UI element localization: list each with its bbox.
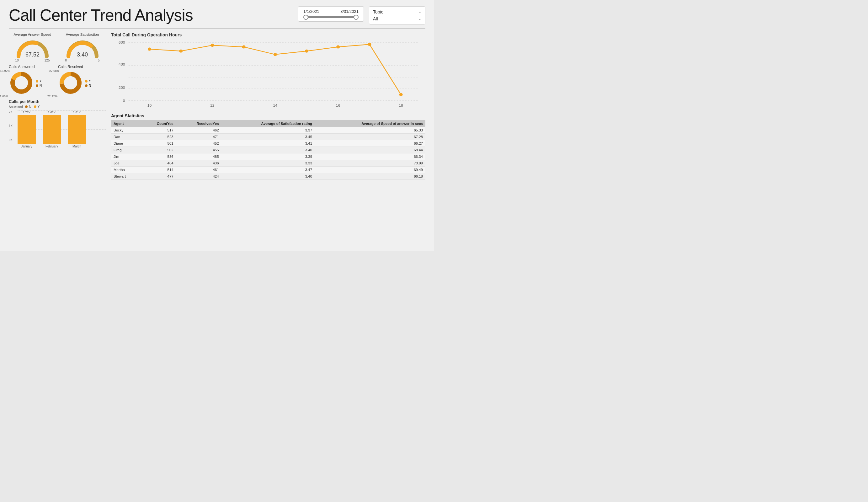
- svg-point-2: [15, 76, 28, 90]
- cell-avg-speed: 68.44: [314, 147, 425, 153]
- bar-legend-n-dot: [25, 105, 28, 108]
- header: Call Center Trend Analysis 1/1/2021 3/31…: [9, 6, 425, 24]
- table-row: Martha 514 461 3.47 69.49: [111, 167, 425, 173]
- svg-point-28: [368, 43, 371, 46]
- slider-thumb-right[interactable]: [353, 15, 359, 20]
- legend-n: N: [36, 84, 42, 87]
- legend-n-label-2: N: [89, 84, 91, 87]
- cell-agent: Jim: [111, 153, 140, 160]
- cell-agent: Becky: [111, 127, 140, 134]
- line-chart-section: Total Call During Operation Hours 600 40…: [111, 32, 425, 108]
- table-row: Diane 501 452 3.41 66.27: [111, 140, 425, 147]
- header-divider: [9, 28, 425, 29]
- answer-speed-gauge: Average Answer Speed 67.52 10 125: [9, 32, 56, 62]
- main-content: Average Answer Speed 67.52 10 125: [9, 32, 425, 245]
- cell-avg-speed: 65.33: [314, 127, 425, 134]
- page-title: Call Center Trend Analysis: [9, 6, 193, 24]
- calls-answered-legend: Y N: [36, 79, 42, 87]
- cell-count-yes: 477: [140, 173, 176, 180]
- col-count-yes: CountYes: [140, 120, 176, 127]
- line-chart-title: Total Call During Operation Hours: [111, 32, 425, 37]
- satisfaction-max: 5: [98, 59, 100, 62]
- right-panel: Total Call During Operation Hours 600 40…: [111, 32, 425, 245]
- topic-label: Topic: [373, 9, 383, 14]
- cell-resolved-yes: 471: [176, 134, 221, 140]
- table-row: Dan 523 471 3.45 67.28: [111, 134, 425, 140]
- svg-point-29: [399, 93, 403, 96]
- cell-agent: Dan: [111, 134, 140, 140]
- svg-point-25: [273, 53, 277, 56]
- cell-avg-satisfaction: 3.37: [221, 127, 314, 134]
- cell-avg-speed: 66.27: [314, 140, 425, 147]
- svg-text:12: 12: [210, 104, 215, 107]
- legend-y-dot-2: [85, 80, 87, 82]
- bar-legend-n: N: [29, 105, 31, 109]
- calls-answered-title: Calls Answered: [9, 65, 57, 69]
- bar-legend-y: Y: [38, 105, 40, 109]
- date-labels: 1/1/2021 3/31/2021: [303, 9, 359, 14]
- cell-count-yes: 502: [140, 147, 176, 153]
- topic-value-row[interactable]: All ⌄: [373, 16, 421, 22]
- satisfaction-gauge: Average Satisfaction 3.40 0 5: [59, 32, 106, 62]
- cell-avg-speed: 70.99: [314, 160, 425, 167]
- y-label-1k: 1K: [9, 124, 12, 128]
- bar-march: 1.61K March: [68, 111, 86, 148]
- topic-filter[interactable]: Topic ⌄ All ⌄: [369, 6, 425, 24]
- calls-resolved-legend: Y N: [85, 79, 91, 87]
- cell-count-yes: 523: [140, 134, 176, 140]
- chevron-down-icon: ⌄: [418, 10, 421, 14]
- calls-per-month-title: Calls per Month: [9, 99, 106, 104]
- bar-jan: [18, 115, 36, 144]
- calls-resolved-n-pct: 72.92%: [48, 94, 58, 98]
- bar-january: 1.77K January: [18, 111, 36, 148]
- table-header: Agent CountYes ResolvedYes Average of Sa…: [111, 120, 425, 127]
- legend-n-dot: [36, 84, 38, 87]
- svg-point-5: [64, 76, 77, 90]
- bar-mar-label: 1.61K: [73, 111, 81, 114]
- agent-stats-table: Agent CountYes ResolvedYes Average of Sa…: [111, 120, 425, 180]
- calls-resolved-svg-wrap: 27.08% 72.92%: [58, 70, 83, 96]
- answer-speed-minmax: 10 125: [16, 59, 50, 62]
- cell-resolved-yes: 436: [176, 160, 221, 167]
- bar-chart: 2K 1K 0K 1.77K January: [9, 111, 106, 245]
- cell-avg-speed: 66.18: [314, 173, 425, 180]
- satisfaction-value: 3.40: [77, 51, 88, 58]
- bar-legend-y-dot: [34, 105, 37, 108]
- agent-stats-title: Agent Statistics: [111, 113, 425, 118]
- legend-n-dot-2: [85, 84, 87, 87]
- grid-line-bottom: [18, 148, 106, 148]
- cell-resolved-yes: 485: [176, 153, 221, 160]
- dashboard: Call Center Trend Analysis 1/1/2021 3/31…: [0, 0, 434, 251]
- svg-text:10: 10: [147, 104, 152, 107]
- topic-row[interactable]: Topic ⌄: [373, 9, 421, 16]
- slider-thumb-left[interactable]: [303, 15, 308, 20]
- cell-avg-satisfaction: 3.40: [221, 173, 314, 180]
- col-avg-satisfaction: Average of Satisfaction rating: [221, 120, 314, 127]
- cell-agent: Greg: [111, 147, 140, 153]
- calls-resolved-donut: Calls Resolved 27.08% 72.92%: [58, 65, 106, 96]
- cell-count-yes: 536: [140, 153, 176, 160]
- satisfaction-minmax: 0 5: [65, 59, 100, 62]
- date-start: 1/1/2021: [303, 9, 319, 14]
- slider-fill: [306, 16, 356, 18]
- table-header-row: Agent CountYes ResolvedYes Average of Sa…: [111, 120, 425, 127]
- svg-point-23: [210, 44, 214, 47]
- cell-avg-satisfaction: 3.39: [221, 153, 314, 160]
- cell-count-yes: 514: [140, 167, 176, 173]
- date-range-control[interactable]: 1/1/2021 3/31/2021: [298, 6, 364, 22]
- answer-speed-dial: 67.52: [16, 38, 50, 59]
- cell-resolved-yes: 462: [176, 127, 221, 134]
- cell-avg-satisfaction: 3.33: [221, 160, 314, 167]
- legend-n-label: N: [40, 84, 42, 87]
- svg-point-27: [336, 45, 340, 49]
- table-row: Jim 536 485 3.39 66.34: [111, 153, 425, 160]
- slider-track[interactable]: [306, 16, 356, 18]
- bar-feb-label: 1.62K: [48, 111, 56, 114]
- svg-text:400: 400: [118, 62, 125, 66]
- svg-text:16: 16: [336, 104, 340, 107]
- cell-agent: Joe: [111, 160, 140, 167]
- cell-count-yes: 517: [140, 127, 176, 134]
- answer-speed-max: 125: [44, 59, 50, 62]
- satisfaction-title: Average Satisfaction: [66, 32, 99, 37]
- legend-y: Y: [36, 79, 42, 83]
